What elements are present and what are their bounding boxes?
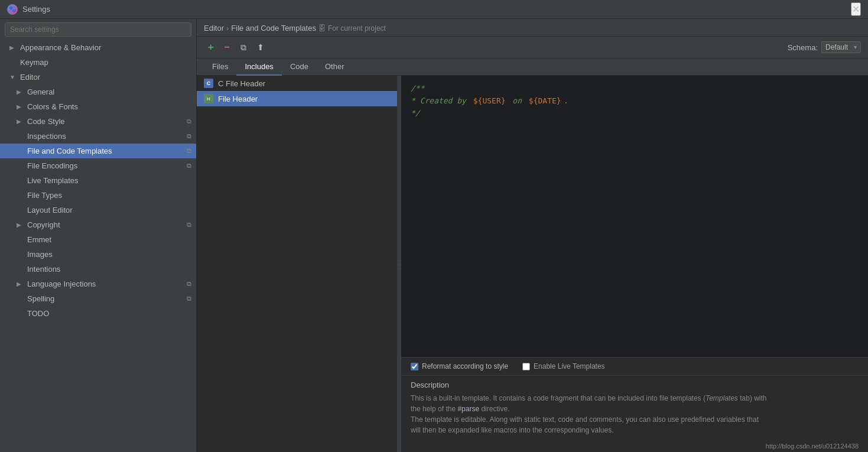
sidebar-label-spelling: Spelling: [27, 294, 54, 303]
sidebar-item-code-style[interactable]: ▶Code Style⧉: [0, 114, 196, 129]
live-templates-checkbox[interactable]: [522, 363, 530, 370]
sidebar-item-layout-editor[interactable]: Layout Editor: [0, 203, 196, 217]
expand-arrow-icon: ▶: [17, 222, 24, 228]
code-var-date: ${DATE}: [529, 95, 561, 108]
breadcrumb-separator: ›: [226, 24, 229, 32]
code-comment-2b: on: [508, 95, 526, 108]
sidebar-item-colors-fonts[interactable]: ▶Colors & Fonts: [0, 99, 196, 114]
copy-scope-icon: ⧉: [187, 221, 191, 229]
sidebar-item-appearance[interactable]: ▶Appearance & Behavior: [0, 40, 196, 55]
description-title: Description: [411, 381, 859, 389]
sidebar-items-container: ▶Appearance & BehaviorKeymap▼Editor▶Gene…: [0, 40, 196, 321]
close-button[interactable]: ✕: [851, 2, 861, 16]
sidebar-item-language-injections[interactable]: ▶Language Injections⧉: [0, 277, 196, 291]
tab-code[interactable]: Code: [282, 58, 317, 76]
copy-scope-icon: ⧉: [187, 147, 191, 155]
tabs-bar: Files Includes Code Other: [197, 58, 868, 76]
tab-includes[interactable]: Includes: [236, 58, 281, 76]
window-title: Settings: [22, 5, 50, 14]
sidebar-label-file-code-templates: File and Code Templates: [27, 147, 112, 155]
sidebar-label-file-types: File Types: [27, 191, 62, 200]
copy-scope-icon: ⧉: [187, 132, 191, 140]
split-pane: C C File Header H File Header ⋮⋮⋮ /**: [197, 76, 868, 452]
sidebar-item-file-types[interactable]: File Types: [0, 188, 196, 203]
sidebar-label-copyright: Copyright: [27, 220, 60, 229]
code-var-user: ${USER}: [473, 95, 506, 108]
code-line-2: * Created by ${USER} on ${DATE}.: [411, 95, 859, 108]
sidebar-item-spelling[interactable]: Spelling⧉: [0, 291, 196, 306]
expand-arrow-icon: ▼: [9, 74, 17, 80]
sidebar-item-keymap[interactable]: Keymap: [0, 55, 196, 70]
file-list: C C File Header H File Header: [197, 76, 398, 452]
file-item-header[interactable]: H File Header: [197, 91, 397, 106]
file-icon-header: H: [204, 94, 213, 103]
code-line-3: */: [411, 108, 859, 120]
sidebar-label-language-injections: Language Injections: [27, 279, 96, 288]
expand-arrow-icon: ▶: [17, 281, 24, 287]
file-item-header-label: File Header: [218, 95, 258, 103]
sidebar-label-todo: TODO: [27, 309, 49, 318]
live-templates-label[interactable]: Enable Live Templates: [522, 362, 605, 370]
sidebar-label-appearance: Appearance & Behavior: [20, 43, 101, 52]
file-item-c-label: C File Header: [218, 79, 265, 88]
sidebar-item-emmet[interactable]: Emmet: [0, 232, 196, 247]
sidebar: ▶Appearance & BehaviorKeymap▼Editor▶Gene…: [0, 19, 197, 452]
search-input[interactable]: [5, 22, 191, 37]
description-text: This is a built-in template. It contains…: [411, 393, 859, 440]
expand-arrow-icon: ▶: [17, 89, 24, 95]
add-button[interactable]: +: [204, 40, 217, 54]
sidebar-item-images[interactable]: Images: [0, 247, 196, 262]
sidebar-label-colors-fonts: Colors & Fonts: [27, 102, 78, 111]
reformat-checkbox[interactable]: [411, 363, 418, 370]
content-area: Editor › File and Code Templates 🗄 For c…: [197, 19, 868, 452]
sidebar-item-file-encodings[interactable]: File Encodings⧉: [0, 158, 196, 173]
file-icon-c: C: [204, 79, 213, 88]
move-button[interactable]: ⬆: [253, 41, 268, 54]
code-comment-3: */: [411, 108, 420, 120]
breadcrumb-parent: Editor: [204, 24, 224, 32]
toolbar: + − ⧉ ⬆ Schema: Default Project Global: [197, 37, 868, 58]
breadcrumb: Editor › File and Code Templates 🗄 For c…: [204, 24, 861, 36]
editor-options: Reformat according to style Enable Live …: [401, 357, 868, 375]
reformat-label[interactable]: Reformat according to style: [411, 362, 508, 370]
expand-arrow-icon: ▶: [9, 44, 17, 51]
tab-other[interactable]: Other: [317, 58, 353, 76]
sidebar-item-todo[interactable]: TODO: [0, 306, 196, 321]
sidebar-item-intentions[interactable]: Intentions: [0, 262, 196, 277]
sidebar-item-file-code-templates[interactable]: File and Code Templates⧉: [0, 144, 196, 158]
sidebar-label-editor: Editor: [20, 73, 40, 82]
project-icon: 🗄: [318, 24, 326, 32]
content-header: Editor › File and Code Templates 🗄 For c…: [197, 19, 868, 37]
description-area: Description This is a built-in template.…: [401, 375, 868, 452]
sidebar-label-live-templates: Live Templates: [27, 176, 78, 185]
app-icon: 🐾: [7, 4, 18, 15]
tab-files[interactable]: Files: [204, 58, 236, 76]
file-item-c-header[interactable]: C C File Header: [197, 76, 397, 91]
copy-scope-icon: ⧉: [187, 162, 191, 170]
copy-scope-icon: ⧉: [187, 280, 191, 288]
editor-area: /** * Created by ${USER} on ${DATE}. */ …: [401, 76, 868, 452]
sidebar-label-images: Images: [27, 250, 53, 259]
schema-select-wrapper: Default Project Global: [821, 41, 861, 53]
sidebar-item-general[interactable]: ▶General: [0, 84, 196, 99]
sidebar-label-keymap: Keymap: [20, 58, 48, 67]
project-label: For current project: [328, 24, 386, 32]
code-comment-2a: * Created by: [411, 95, 471, 108]
reformat-text: Reformat according to style: [422, 362, 508, 370]
sidebar-label-general: General: [27, 87, 54, 96]
live-templates-text: Enable Live Templates: [534, 362, 605, 370]
breadcrumb-current: File and Code Templates: [231, 24, 316, 32]
sidebar-item-live-templates[interactable]: Live Templates: [0, 173, 196, 188]
copy-button[interactable]: ⧉: [236, 41, 251, 54]
schema-select[interactable]: Default Project Global: [821, 41, 861, 53]
code-comment-2c: .: [564, 95, 568, 108]
sidebar-item-inspections[interactable]: Inspections⧉: [0, 129, 196, 144]
sidebar-item-copyright[interactable]: ▶Copyright⧉: [0, 217, 196, 232]
schema-label: Schema:: [788, 43, 818, 52]
sidebar-label-inspections: Inspections: [27, 132, 66, 141]
code-line-1: /**: [411, 83, 859, 95]
code-editor[interactable]: /** * Created by ${USER} on ${DATE}. */: [401, 76, 868, 357]
remove-button[interactable]: −: [220, 40, 233, 54]
sidebar-label-layout-editor: Layout Editor: [27, 206, 73, 214]
sidebar-item-editor[interactable]: ▼Editor: [0, 70, 196, 84]
